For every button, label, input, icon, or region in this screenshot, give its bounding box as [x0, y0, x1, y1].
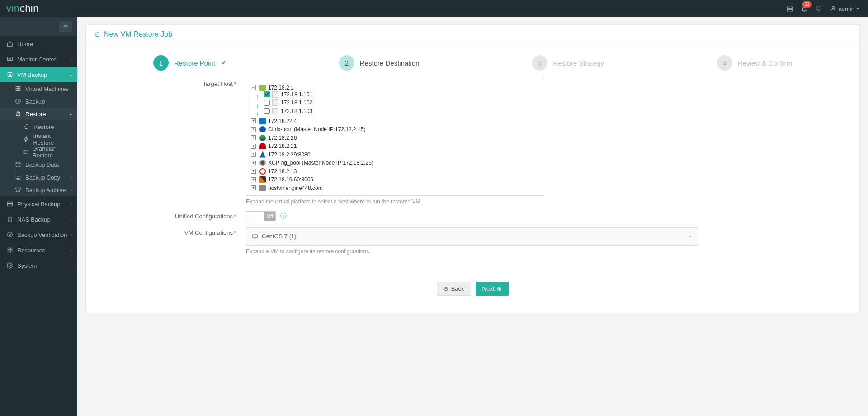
svg-rect-18: [8, 204, 13, 206]
expand-icon[interactable]: +: [251, 177, 256, 182]
svg-rect-1: [787, 9, 792, 9]
expand-icon[interactable]: +: [251, 152, 256, 157]
nav-monitor-label: Monitor Center: [17, 56, 56, 63]
label-unified-config-text: Unified Configurations: [175, 213, 233, 220]
expand-plus-icon[interactable]: +: [688, 232, 692, 241]
svg-point-13: [16, 162, 20, 164]
svg-point-20: [8, 232, 13, 237]
row-unified-config: Unified Configurations* Off ⓘ: [97, 211, 849, 221]
tree-node-5[interactable]: +172.18.2.11: [251, 143, 297, 149]
main-content: New VM Restore Job 1 Restore Point ✔ 2 R…: [77, 17, 868, 416]
step-1[interactable]: 1 Restore Point ✔: [153, 55, 226, 71]
step-3-label: Restore Strategy: [553, 59, 604, 67]
nav-system-label: System: [17, 262, 37, 269]
required-mark: *: [234, 213, 236, 220]
nav-backup-copy[interactable]: Backup Copy ‹: [0, 171, 77, 184]
svg-rect-15: [16, 175, 19, 178]
step-3: 3 Restore Strategy: [532, 55, 604, 71]
tree-host-2[interactable]: 172.18.1.102: [264, 99, 312, 106]
redhat-icon: [259, 143, 266, 149]
nav-nas-backup-label: NAS Backup: [17, 216, 51, 223]
nav-home[interactable]: Home: [0, 36, 77, 52]
user-menu[interactable]: admin ▾: [830, 5, 859, 12]
tree-node-10[interactable]: +hostvmengine448.com: [251, 185, 323, 191]
tree-node-9[interactable]: +172.18.16.60:8006: [251, 176, 313, 183]
back-button[interactable]: ⊖ Back: [437, 282, 471, 296]
expand-icon[interactable]: +: [251, 169, 256, 174]
nav-restore-sub: Restore Instant Restore Granular Restore: [0, 120, 77, 158]
backup-icon: [14, 98, 23, 104]
nav-nas-backup[interactable]: NAS Backup ‹: [0, 212, 77, 227]
page-title: New VM Restore Job: [104, 30, 172, 38]
navbar-right: 21 admin ▾: [787, 5, 859, 12]
nav-backup-archive-label: Backup Archive: [25, 187, 66, 194]
tree-node-7[interactable]: +XCP-ng_pool (Master Node IP:172.18.2.25…: [251, 160, 373, 166]
sidebar-collapse-button[interactable]: [59, 21, 72, 32]
nav-restore[interactable]: Restore ⌄: [0, 108, 77, 120]
wizard-footer: ⊖ Back Next ⊕: [97, 282, 849, 305]
tree-node-8[interactable]: +172.18.2.13: [251, 168, 297, 175]
nav-backup-archive[interactable]: Backup Archive ‹: [0, 184, 77, 196]
tree-node-label: hostvmengine448.com: [268, 185, 323, 191]
nav-vm-backup[interactable]: VM Backup ⌄: [0, 67, 77, 82]
chevron-left-icon: ‹: [71, 217, 73, 222]
tree-node-6[interactable]: +172.18.2.29:8080: [251, 151, 310, 158]
expand-icon[interactable]: +: [251, 161, 256, 165]
tree-node-root-1[interactable]: − 172.18.2.1: [251, 85, 294, 91]
expand-icon[interactable]: +: [251, 127, 256, 132]
tree-host-1[interactable]: 172.18.1.101: [264, 91, 312, 98]
tasks-icon[interactable]: [787, 5, 793, 12]
nav-backup-data[interactable]: Backup Data: [0, 158, 77, 171]
host-checkbox[interactable]: [264, 108, 270, 114]
step-4-label: Review & Confirm: [738, 59, 792, 67]
expand-icon[interactable]: +: [251, 144, 256, 149]
unified-config-toggle[interactable]: Off: [246, 211, 276, 221]
nav-resources[interactable]: Resources ‹: [0, 242, 77, 258]
back-label: Back: [451, 285, 464, 292]
nav-backup-copy-label: Backup Copy: [25, 174, 60, 181]
tree-node-3[interactable]: +Citrix-pool (Master Node IP:172.18.2.15…: [251, 126, 365, 132]
host-checkbox[interactable]: [264, 91, 270, 97]
svg-rect-21: [8, 248, 9, 250]
info-icon[interactable]: ⓘ: [280, 212, 287, 220]
host-tree[interactable]: − 172.18.2.1 172.18.1.101: [246, 79, 544, 196]
vmware-icon: [259, 85, 266, 91]
vm-config-row[interactable]: CentOS 7 (1) +: [246, 227, 698, 246]
label-target-host-text: Target Host: [203, 80, 232, 87]
expand-icon[interactable]: +: [251, 185, 256, 190]
nav-backup[interactable]: Backup: [0, 95, 77, 108]
instant-icon: [22, 136, 30, 142]
next-label: Next: [482, 285, 495, 292]
nav-instant-restore[interactable]: Instant Restore: [0, 133, 77, 146]
restore-sub-icon: [22, 123, 31, 130]
hyperv-icon: [259, 118, 266, 124]
field-vm-config: CentOS 7 (1) + Expand a VM to configure …: [246, 227, 698, 255]
nav-backup-verification[interactable]: Backup Verification ‹: [0, 227, 77, 242]
tree-host-label: 172.18.1.103: [281, 108, 312, 114]
tree-node-2[interactable]: +172.18.22.4: [251, 118, 297, 124]
nav-virtual-machines[interactable]: Virtual Machines: [0, 82, 77, 95]
tree-node-4[interactable]: +172.18.2.26: [251, 135, 297, 141]
host-checkbox[interactable]: [264, 100, 270, 106]
required-mark: *: [234, 80, 236, 87]
verify-icon: [5, 232, 14, 238]
nav-granular-restore[interactable]: Granular Restore: [0, 146, 77, 158]
collapse-icon[interactable]: −: [251, 85, 256, 90]
display-icon[interactable]: [816, 5, 822, 12]
nav-physical-backup[interactable]: Physical Backup ‹: [0, 196, 77, 212]
restore-header-icon: [94, 31, 100, 38]
tree-node-label: 172.18.22.4: [268, 118, 297, 124]
nav-restore-restore[interactable]: Restore: [0, 120, 77, 133]
expand-icon[interactable]: +: [251, 118, 256, 123]
nav-granular-restore-label: Granular Restore: [33, 145, 72, 159]
nav-system[interactable]: System ‹: [0, 258, 77, 273]
notifications-icon[interactable]: 21: [801, 5, 807, 12]
helper-vm-config: Expand a VM to configure its restore con…: [246, 248, 698, 255]
tree-node-label: 172.18.16.60:8006: [268, 176, 313, 183]
step-2[interactable]: 2 Restore Destination: [339, 55, 420, 71]
tree-node-label: 172.18.2.13: [268, 168, 297, 175]
nav-monitor-center[interactable]: Monitor Center ‹: [0, 52, 77, 67]
expand-icon[interactable]: +: [251, 135, 256, 140]
next-button[interactable]: Next ⊕: [476, 282, 509, 296]
tree-host-3[interactable]: 172.18.1.103: [264, 108, 312, 114]
